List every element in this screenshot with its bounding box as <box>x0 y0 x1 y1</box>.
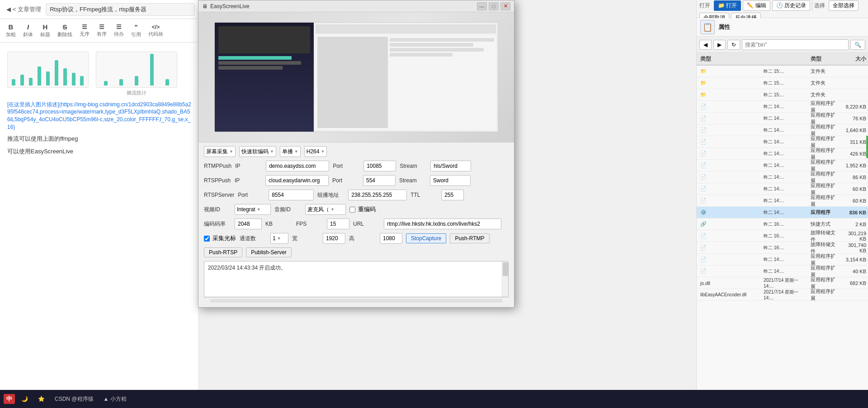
rtmp-port-input[interactable] <box>363 161 396 171</box>
fm-section-open-label: 打开 <box>699 2 710 9</box>
channel-dropdown[interactable]: 1 ▼ <box>270 233 288 244</box>
rtsp-ip-input[interactable] <box>265 175 329 186</box>
table-row[interactable]: 📄 昨二 16:... 故障转储文件 301,740 KB <box>697 242 868 254</box>
publish-server-button[interactable]: Publish-Server <box>246 247 292 257</box>
modal-maximize-button[interactable]: □ <box>489 2 499 10</box>
fm-select-all-button[interactable]: 全部选择 <box>829 0 859 11</box>
mode-dropdown[interactable]: 单播 ▼ <box>280 146 301 157</box>
fm-history-button[interactable]: 🕐 历史记录 <box>772 0 810 11</box>
fm-file-table: 📁 昨二 15:... 文件夹 📁 昨二 15:... 文件夹 📁 昨二 15:… <box>697 66 868 395</box>
rtmp-push-label: RTMPPush <box>204 163 231 169</box>
bold-button[interactable]: B 加粗 <box>4 22 18 39</box>
unordered-list-button[interactable]: ☰ 无序 <box>77 22 92 39</box>
fm-forward-button[interactable]: ▶ <box>713 40 726 50</box>
table-row[interactable]: 📄 昨二 14:... 应用程序扩展 8,220 KB <box>697 101 868 113</box>
audio-id-dropdown[interactable]: 麦克风（ ▼ <box>305 204 346 215</box>
screen-capture-label: 屏幕采集 <box>206 148 228 156</box>
height-input[interactable] <box>380 233 402 244</box>
table-row[interactable]: 📄 昨二 14:... 应用程序扩展 60 KB <box>697 195 868 207</box>
cursor-checkbox[interactable] <box>204 236 210 242</box>
table-row[interactable]: 📄 昨二 16:... 故障转储文件 301,219 KB <box>697 230 868 242</box>
taskbar-lang-button[interactable]: 中 <box>4 394 15 404</box>
chart-title: 摘流统计 <box>96 89 177 97</box>
table-row[interactable]: 📁 昨二 15:... 文件夹 <box>697 77 868 89</box>
rtsp-stream-input[interactable] <box>430 175 471 186</box>
ttl-input[interactable] <box>441 190 464 200</box>
bitrate-input[interactable] <box>235 218 262 229</box>
taskbar-user-label[interactable]: CSDN @程序猿 <box>51 394 97 404</box>
rtmp-port-label: Port <box>333 163 360 169</box>
table-row[interactable]: 📁 昨二 15:... 文件夹 <box>697 66 868 77</box>
table-row[interactable]: libEasyAACEncoder.dll 2021/7/14 星期一 14:.… <box>697 289 868 301</box>
table-row[interactable]: 📄 昨二 14:... 应用程序扩展 311 KB <box>697 136 868 148</box>
log-scroll-thumb <box>503 262 508 276</box>
file-info: 属性 <box>718 23 730 31</box>
ordered-list-button[interactable]: ☰ 有序 <box>94 22 109 39</box>
fm-edit-button[interactable]: ✏️ 编辑 <box>743 0 770 11</box>
log-area: 2022/03/24 14:43:34 开启成功。 <box>204 261 509 297</box>
taskbar-assistant-label[interactable]: ▲ 小方程 <box>100 394 130 404</box>
modal-titlebar-buttons: — □ ✕ <box>477 2 510 10</box>
italic-button[interactable]: I 斜体 <box>21 22 35 39</box>
divider1 <box>812 0 812 11</box>
rtmp-ip-input[interactable] <box>266 161 329 171</box>
width-input[interactable] <box>323 233 345 244</box>
table-row[interactable]: 📁 昨二 15:... 文件夹 <box>697 89 868 101</box>
dropdown-arrow: ▼ <box>229 149 233 154</box>
code-block-button[interactable]: </> 代码块 <box>146 23 165 39</box>
table-row[interactable]: js.dll 2021/7/14 星期一 14:... 应用程序扩展 682 K… <box>697 277 868 289</box>
url-input[interactable] <box>384 218 501 229</box>
table-row[interactable]: 📄 昨二 14:... 应用程序扩展 1,640 KB <box>697 124 868 136</box>
taskbar: 中 🌙 ⭐ CSDN @程序猿 ▲ 小方程 <box>0 390 868 408</box>
modal-minimize-button[interactable]: — <box>477 2 487 10</box>
strikethrough-button[interactable]: S 删除线 <box>55 22 75 39</box>
encode-dropdown[interactable]: 快速软编码 ▼ <box>239 146 276 157</box>
fm-top-actions: 打开 📁 打开 ✏️ 编辑 🕐 历史记录 选择 全部选择 全部取消 反向选择 <box>697 0 868 18</box>
back-button[interactable]: ◀ < 文章管理 <box>4 4 44 15</box>
stop-capture-button[interactable]: StopCapture <box>406 233 446 243</box>
table-row[interactable]: 📄 昨二 14:... 应用程序扩展 40 KB <box>697 266 868 277</box>
rtsp-port-input[interactable] <box>363 175 396 186</box>
log-scrollbar[interactable] <box>502 261 508 297</box>
table-row[interactable]: 📄 昨二 14:... 应用程序扩展 76 KB <box>697 113 868 124</box>
rtsp-server-port-input[interactable] <box>269 190 314 200</box>
video-id-dropdown[interactable]: Integrat ▼ <box>235 204 271 215</box>
log-message: 开启成功。 <box>259 265 286 271</box>
group-addr-input[interactable] <box>348 190 407 200</box>
fm-open-button[interactable]: 📁 打开 <box>714 0 741 11</box>
table-row[interactable]: ⚙️ 昨二 14:... 应用程序 836 KB <box>697 207 868 218</box>
todo-button[interactable]: ☰ 待办 <box>112 22 126 39</box>
recode-checkbox[interactable] <box>349 207 355 213</box>
table-row[interactable]: 📄 昨二 14:... 应用程序扩展 60 KB <box>697 183 868 195</box>
fm-back-button[interactable]: ◀ <box>699 40 712 50</box>
recode-checkbox-row: 重编码 <box>349 205 376 213</box>
rtsp-push-label: RTSPPush <box>204 177 231 184</box>
push-rtsp-button[interactable]: Push-RTSP <box>204 247 242 257</box>
channel-label: 通道数 <box>240 235 267 242</box>
table-row[interactable]: 📄 昨二 14:... 应用程序扩展 426 KB <box>697 148 868 160</box>
nested-left-panel <box>215 23 314 132</box>
modal-titlebar: 🖥 EasyScreenLive — □ ✕ <box>198 0 514 12</box>
content-line-2: 可以使用EasyScreenLive <box>7 147 191 157</box>
fm-refresh-button[interactable]: ↻ <box>727 40 740 50</box>
table-row[interactable]: 📄 昨二 14:... 应用程序扩展 1,952 KB <box>697 160 868 171</box>
recode-label: 重编码 <box>358 205 376 213</box>
heading-button[interactable]: H 标题 <box>38 22 52 39</box>
rtmp-stream-input[interactable] <box>430 161 471 171</box>
table-row[interactable]: 🔗 昨二 16:... 快捷方式 2 KB <box>697 218 868 230</box>
fps-input[interactable] <box>327 218 349 229</box>
fm-search-button[interactable]: 🔍 <box>850 40 865 50</box>
quote-button[interactable]: " 引用 <box>129 22 143 39</box>
fm-search-input[interactable] <box>742 39 849 50</box>
table-row[interactable]: 📄 昨二 14:... 应用程序扩展 86 KB <box>697 171 868 183</box>
dropdown-arrow2: ▼ <box>270 149 274 154</box>
screen-capture-dropdown[interactable]: 屏幕采集 ▼ <box>204 146 236 157</box>
modal-close-button[interactable]: ✕ <box>500 2 510 10</box>
table-row[interactable]: 📄 昨二 14:... 应用程序扩展 3,154 KB <box>697 254 868 266</box>
log-hscrollbar[interactable] <box>204 297 509 304</box>
audio-id-value: 麦克风（ <box>307 206 329 213</box>
editor-content[interactable]: 摘流统计 [在这里插入图片描述](https://img-blog.csdnim… <box>0 43 198 395</box>
codec-dropdown[interactable]: H264 ▼ <box>304 146 327 157</box>
audio-id-label: 音频ID <box>274 206 302 213</box>
push-rtmp-button[interactable]: Push-RTMP <box>450 233 489 243</box>
